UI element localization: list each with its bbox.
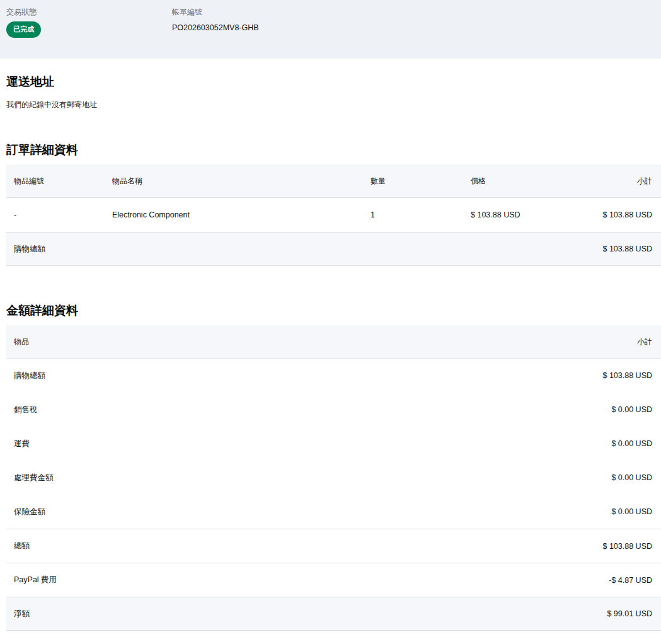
quantity-cell: 1 bbox=[371, 210, 471, 219]
invoice-label: 帳單編號 bbox=[172, 8, 259, 16]
amount-row-value: $ 0.00 USD bbox=[611, 439, 652, 448]
column-header-item: 物品 bbox=[14, 336, 637, 347]
invoice-number: PO202603052MV8-GHB bbox=[172, 23, 259, 33]
main-content: 運送地址 我們的紀錄中沒有郵寄地址 訂單詳細資料 物品編號 物品名稱 數量 價格… bbox=[0, 59, 661, 631]
amount-row-value: $ 0.00 USD bbox=[611, 405, 652, 414]
amount-row-value: $ 103.88 USD bbox=[602, 371, 652, 380]
shipping-address-heading: 運送地址 bbox=[6, 59, 661, 89]
order-table-footer-row: 購物總額 $ 103.88 USD bbox=[6, 232, 661, 266]
amount-row-label: PayPal 費用 bbox=[14, 575, 609, 585]
purchase-total-value: $ 103.88 USD bbox=[602, 244, 652, 253]
column-header-quantity: 數量 bbox=[371, 176, 471, 187]
amount-row-value: -$ 4.87 USD bbox=[609, 576, 652, 585]
amount-row-value: $ 0.00 USD bbox=[611, 473, 652, 482]
amount-row-value: $ 103.88 USD bbox=[602, 542, 652, 551]
amount-row-label: 銷售稅 bbox=[14, 405, 611, 415]
amount-row-value: $ 99.01 USD bbox=[607, 609, 652, 618]
item-name-cell: Electronic Component bbox=[112, 210, 371, 219]
amount-row-label: 購物總額 bbox=[14, 371, 602, 381]
order-table-header-row: 物品編號 物品名稱 數量 價格 小計 bbox=[6, 164, 661, 198]
purchase-total-label: 購物總額 bbox=[14, 244, 602, 255]
amount-row-total: 總額 $ 103.88 USD bbox=[6, 529, 661, 563]
no-shipping-address-message: 我們的紀錄中沒有郵寄地址 bbox=[6, 100, 661, 109]
column-header-item-number: 物品編號 bbox=[14, 176, 112, 187]
column-header-price: 價格 bbox=[471, 176, 596, 187]
amount-row-handling-fee: 處理費金額 $ 0.00 USD bbox=[6, 461, 661, 495]
column-header-item-name: 物品名稱 bbox=[112, 176, 371, 187]
amount-row-label: 總額 bbox=[14, 541, 602, 551]
amount-row-value: $ 0.00 USD bbox=[611, 507, 652, 516]
amount-row-shipping-fee: 運費 $ 0.00 USD bbox=[6, 427, 661, 461]
amount-row-purchase-total: 購物總額 $ 103.88 USD bbox=[6, 359, 661, 393]
amount-row-paypal-fee: PayPal 費用 -$ 4.87 USD bbox=[6, 563, 661, 597]
item-number-cell: - bbox=[14, 210, 112, 219]
order-details-table: 物品編號 物品名稱 數量 價格 小計 - Electronic Componen… bbox=[6, 164, 661, 266]
amount-table-header-row: 物品 小計 bbox=[6, 325, 661, 359]
transaction-status-band: 交易狀態 已完成 帳單編號 PO202603052MV8-GHB bbox=[0, 0, 661, 59]
amount-details-table: 物品 小計 購物總額 $ 103.88 USD 銷售稅 $ 0.00 USD 運… bbox=[6, 325, 661, 631]
column-header-amount-subtotal: 小計 bbox=[637, 336, 652, 347]
order-table-row: - Electronic Component 1 $ 103.88 USD $ … bbox=[6, 198, 661, 232]
amount-row-sales-tax: 銷售稅 $ 0.00 USD bbox=[6, 393, 661, 427]
transaction-status-label: 交易狀態 bbox=[6, 8, 172, 16]
invoice-group: 帳單編號 PO202603052MV8-GHB bbox=[172, 8, 259, 33]
status-badge: 已完成 bbox=[6, 21, 41, 38]
amount-row-label: 運費 bbox=[14, 439, 611, 449]
amount-row-insurance: 保險金額 $ 0.00 USD bbox=[6, 495, 661, 529]
column-header-subtotal: 小計 bbox=[596, 176, 652, 187]
price-cell: $ 103.88 USD bbox=[471, 210, 596, 219]
amount-row-label: 處理費金額 bbox=[14, 473, 611, 483]
amount-row-label: 保險金額 bbox=[14, 507, 611, 517]
amount-details-heading: 金額詳細資料 bbox=[6, 303, 661, 318]
order-details-heading: 訂單詳細資料 bbox=[6, 142, 661, 157]
amount-row-label: 淨額 bbox=[14, 609, 607, 619]
amount-row-net: 淨額 $ 99.01 USD bbox=[6, 597, 661, 631]
transaction-status-group: 交易狀態 已完成 bbox=[6, 8, 172, 38]
subtotal-cell: $ 103.88 USD bbox=[596, 210, 652, 219]
